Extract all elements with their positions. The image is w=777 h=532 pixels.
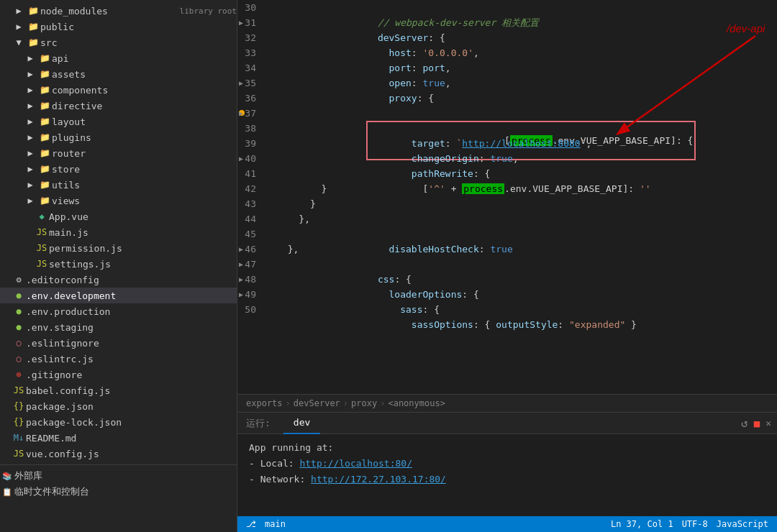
sidebar-label: babel.config.js (26, 385, 237, 396)
sidebar-label: plugins (52, 132, 237, 143)
js-file-icon: JS (35, 227, 49, 237)
running-label: 运行: (237, 417, 279, 430)
sidebar-item-node-modules[interactable]: ▶ 📁 node_modules library root (0, 3, 237, 19)
code-editor: 30 ▶ 31 32 33 34 ▶ 35 (237, 0, 777, 412)
line-num-45: 45 (237, 226, 265, 242)
code-line-34: open: true, (273, 60, 777, 75)
sidebar-item-eslintignore[interactable]: ○ .eslintignore (0, 335, 237, 351)
folder-icon: 📁 (37, 85, 52, 95)
js-file-icon: JS (12, 385, 26, 395)
sidebar-label: vue.config.js (26, 449, 237, 459)
sidebar-item-settings-js[interactable]: JS settings.js (0, 256, 237, 272)
md-file-icon: M↓ (12, 433, 26, 443)
line-num-48: ▶ 48 (237, 272, 265, 287)
vue-file-icon: ◆ (35, 211, 49, 221)
line-num-33: 33 (237, 45, 265, 60)
git-branch-icon: ⎇ (246, 519, 256, 529)
sidebar-item-external-lib[interactable]: 📚 外部库 (0, 468, 237, 484)
line-num-35: ▶ 35 (237, 75, 265, 91)
sidebar-item-public[interactable]: ▶ 📁 public (0, 19, 237, 35)
sidebar-item-app-vue[interactable]: ◆ App.vue (0, 208, 237, 224)
sidebar-item-src[interactable]: ▼ 📁 src (0, 35, 237, 50)
breadcrumb-item[interactable]: proxy (351, 398, 377, 408)
sidebar-item-temp-files[interactable]: 📋 临时文件和控制台 (0, 484, 237, 500)
chevron-right-icon: ▶ (23, 116, 37, 127)
fold-arrow: ▶ (239, 75, 243, 91)
env-file-icon: ● (12, 322, 26, 332)
sidebar-item-vue-config[interactable]: JS vue.config.js (0, 446, 237, 462)
restart-icon[interactable]: ↺ (741, 416, 748, 430)
sidebar-label: .env.development (26, 290, 237, 301)
sidebar-item-gitignore[interactable]: ⊗ .gitignore (0, 367, 237, 382)
line-num-34: 34 (237, 60, 265, 75)
sidebar-item-router[interactable]: ▶ 📁 router (0, 145, 237, 161)
prop-text: sassOptions (366, 319, 473, 330)
sidebar-item-assets[interactable]: ▶ 📁 assets (0, 66, 237, 82)
breadcrumb-item[interactable]: devServer (294, 398, 340, 408)
code-line-35: proxy: { (273, 75, 777, 91)
folder-icon: 📁 (37, 69, 52, 79)
code-line-48: loaderOptions: { (273, 272, 777, 287)
terminal-text: - Network: (249, 474, 311, 485)
chevron-right-icon: ▶ (12, 6, 26, 16)
sidebar-item-components[interactable]: ▶ 📁 components (0, 82, 237, 98)
sidebar-label: 外部库 (14, 469, 237, 482)
lang-label: JavaScript (717, 519, 768, 529)
line-num-37: ▶ 37 (237, 106, 265, 121)
sidebar-item-babel-config[interactable]: JS babel.config.js (0, 382, 237, 398)
sidebar-item-env-production[interactable]: ● .env.production (0, 303, 237, 319)
folder-icon: 📁 (37, 148, 52, 158)
breadcrumb-item[interactable]: <anonymous> (388, 398, 445, 408)
line-num-38: 38 (237, 121, 265, 136)
sidebar-label: settings.js (49, 259, 237, 270)
status-bar: ⎇ main Ln 37, Col 1 UTF-8 JavaScript (237, 516, 777, 532)
editor-wrapper: 30 ▶ 31 32 33 34 ▶ 35 (237, 0, 777, 412)
sidebar-item-package-lock[interactable]: {} package-lock.json (0, 414, 237, 430)
code-line-42: } (273, 181, 777, 196)
tab-dev[interactable]: dev (283, 413, 320, 434)
sidebar-item-permission-js[interactable]: JS permission.js (0, 240, 237, 256)
sidebar-item-main-js[interactable]: JS main.js (0, 224, 237, 240)
sidebar-label: directive (52, 101, 237, 111)
sidebar-item-eslintrc[interactable]: ○ .eslintrc.js (0, 351, 237, 367)
sidebar-item-views[interactable]: ▶ 📁 views (0, 193, 237, 208)
sidebar-item-package-json[interactable]: {} package.json (0, 398, 237, 414)
code-line-45: disableHostCheck: true (273, 226, 777, 242)
sidebar-item-editorconfig[interactable]: ⚙ .editorconfig (0, 272, 237, 288)
folder-icon: 📁 (37, 132, 52, 142)
sidebar-label: public (40, 22, 237, 32)
breadcrumb-item[interactable]: exports (246, 398, 283, 408)
sidebar-item-env-development[interactable]: ● .env.development (0, 288, 237, 303)
fold-arrow: ▶ (239, 272, 243, 287)
terminal-line-1: App running at: (249, 440, 765, 456)
line-num-30: 30 (237, 0, 265, 15)
terminal-text: - Local: (249, 458, 299, 469)
terminal-text: App running at: (249, 442, 333, 453)
sidebar-label: router (52, 148, 237, 159)
code-line-44: }, (273, 211, 777, 226)
tab-dev-label: dev (294, 417, 310, 428)
sidebar-item-api[interactable]: ▶ 📁 api (0, 50, 237, 66)
json-file-icon: {} (12, 417, 26, 427)
sidebar-item-layout[interactable]: ▶ 📁 layout (0, 114, 237, 129)
sidebar-item-readme[interactable]: M↓ README.md (0, 430, 237, 446)
sidebar-item-env-staging[interactable]: ● .env.staging (0, 319, 237, 335)
sidebar-item-store[interactable]: ▶ 📁 store (0, 161, 237, 177)
breadcrumb-separator: › (343, 398, 348, 408)
sidebar-item-utils[interactable]: ▶ 📁 utils (0, 177, 237, 193)
chevron-right-icon: ▶ (12, 22, 26, 32)
local-link[interactable]: http://localhost:80/ (299, 458, 412, 469)
code-line-43: } (273, 196, 777, 211)
eslint-config-icon: ○ (12, 354, 26, 364)
stop-icon[interactable]: ■ (754, 418, 760, 429)
code-area: 30 ▶ 31 32 33 34 ▶ 35 (237, 0, 777, 394)
sidebar-item-directive[interactable]: ▶ 📁 directive (0, 98, 237, 114)
sidebar-item-plugins[interactable]: ▶ 📁 plugins (0, 129, 237, 145)
line-num-31: ▶ 31 (237, 15, 265, 30)
network-link[interactable]: http://172.27.103.17:80/ (311, 474, 446, 485)
close-icon[interactable]: ✕ (765, 418, 771, 428)
folder-icon: 📁 (37, 180, 52, 190)
js-file-icon: JS (12, 449, 26, 459)
code-line-49: sass: { (273, 287, 777, 302)
chevron-right-icon: ▶ (23, 53, 37, 63)
